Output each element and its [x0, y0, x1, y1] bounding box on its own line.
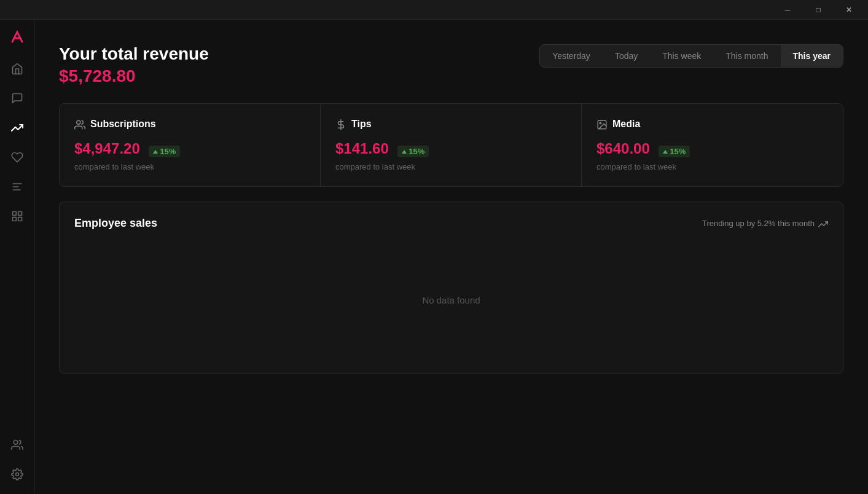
subscriptions-amount: $4,947.20	[74, 140, 140, 157]
tips-amount-row: $141.60 15%	[335, 140, 566, 158]
stats-grid: Subscriptions $4,947.20 15% compared to …	[59, 103, 843, 187]
sidebar	[0, 20, 34, 494]
header-left: Your total revenue $5,728.80	[59, 44, 209, 86]
subscriptions-icon	[74, 119, 85, 130]
media-badge-value: 15%	[670, 147, 686, 156]
svg-rect-4	[18, 212, 22, 216]
sidebar-item-messages[interactable]	[5, 86, 29, 111]
svg-rect-3	[12, 212, 16, 216]
titlebar-controls: ─ □ ✕	[773, 0, 863, 20]
app: Your total revenue $5,728.80 Yesterday T…	[0, 20, 868, 494]
stat-card-subscriptions: Subscriptions $4,947.20 15% compared to …	[60, 104, 321, 186]
media-compare: compared to last week	[596, 162, 828, 171]
trending-text: Trending up by 5.2% this month	[702, 219, 815, 228]
stat-card-media: Media $640.00 15% compared to last week	[582, 104, 843, 186]
stat-card-tips-header: Tips	[335, 119, 566, 130]
sidebar-item-analytics[interactable]	[5, 116, 29, 140]
media-amount-row: $640.00 15%	[596, 140, 828, 158]
employee-sales-section: Employee sales Trending up by 5.2% this …	[59, 202, 843, 374]
maximize-button[interactable]: □	[804, 0, 832, 20]
media-badge: 15%	[659, 146, 690, 157]
media-trend-up-icon	[663, 150, 668, 154]
stat-card-media-header: Media	[596, 119, 828, 130]
sidebar-item-favorites[interactable]	[5, 145, 29, 170]
filter-today[interactable]: Today	[603, 45, 650, 67]
sidebar-item-settings[interactable]	[5, 462, 29, 487]
tips-title: Tips	[351, 119, 372, 130]
svg-rect-5	[12, 218, 16, 221]
employee-sales-header: Employee sales Trending up by 5.2% this …	[74, 217, 828, 230]
filter-this-year[interactable]: This year	[781, 45, 843, 67]
stat-card-subscriptions-header: Subscriptions	[74, 119, 305, 130]
tips-compare: compared to last week	[335, 162, 566, 171]
sidebar-item-home[interactable]	[5, 57, 29, 81]
svg-point-9	[77, 120, 80, 124]
no-data-message: No data found	[74, 245, 828, 355]
media-title: Media	[612, 119, 640, 130]
total-revenue-amount: $5,728.80	[59, 66, 209, 86]
page-title: Your total revenue	[59, 44, 209, 64]
subscriptions-trend-up-icon	[153, 150, 158, 154]
subscriptions-badge: 15%	[149, 146, 180, 157]
tips-badge-value: 15%	[409, 147, 424, 156]
subscriptions-title: Subscriptions	[90, 119, 156, 130]
tips-badge: 15%	[397, 146, 429, 157]
tips-trend-up-icon	[402, 150, 407, 154]
time-filters: Yesterday Today This week This month Thi…	[539, 44, 843, 68]
svg-point-8	[15, 473, 18, 476]
stat-card-tips: Tips $141.60 15% compared to last week	[321, 104, 582, 186]
filter-yesterday[interactable]: Yesterday	[540, 45, 603, 67]
media-amount: $640.00	[596, 140, 650, 157]
svg-point-7	[14, 441, 18, 445]
sidebar-item-tools[interactable]	[5, 174, 29, 199]
media-icon	[596, 119, 608, 130]
header: Your total revenue $5,728.80 Yesterday T…	[59, 44, 843, 86]
subscriptions-badge-value: 15%	[160, 147, 176, 156]
titlebar: ─ □ ✕	[0, 0, 868, 20]
minimize-button[interactable]: ─	[773, 0, 802, 20]
subscriptions-compare: compared to last week	[74, 162, 305, 171]
svg-rect-6	[18, 218, 22, 221]
filter-this-week[interactable]: This week	[650, 45, 713, 67]
tips-amount: $141.60	[335, 140, 389, 157]
tips-icon	[335, 119, 346, 130]
sidebar-bottom	[5, 433, 29, 487]
main-content: Your total revenue $5,728.80 Yesterday T…	[34, 20, 868, 494]
sidebar-item-team[interactable]	[5, 433, 29, 457]
sidebar-item-reports[interactable]	[5, 204, 29, 229]
trending-up-icon	[818, 218, 828, 229]
filter-this-month[interactable]: This month	[713, 45, 780, 67]
subscriptions-amount-row: $4,947.20 15%	[74, 140, 305, 158]
logo	[7, 27, 27, 47]
svg-point-12	[600, 122, 601, 124]
trending-badge: Trending up by 5.2% this month	[702, 218, 828, 229]
close-button[interactable]: ✕	[835, 0, 863, 20]
employee-sales-title: Employee sales	[74, 217, 157, 230]
